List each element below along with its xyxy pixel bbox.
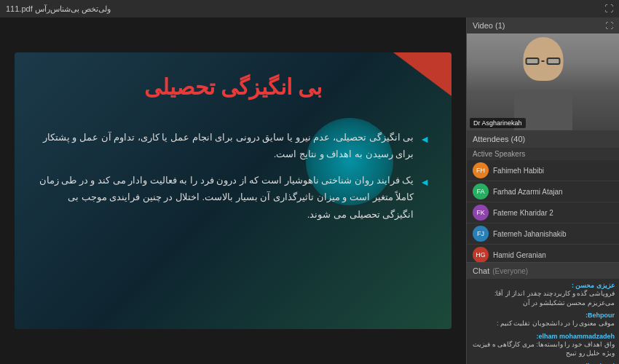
- slide-decoration: [393, 52, 452, 96]
- chat-title: Chat: [473, 266, 489, 275]
- attendees-list[interactable]: FH Fahimeh Habibi FA Farhad Azarmi Ataja…: [467, 160, 619, 262]
- glasses-left: [526, 58, 540, 65]
- attendees-section: Attendees (40) Active Speakers FH Fahime…: [467, 130, 619, 262]
- attendee-avatar: FK: [473, 205, 489, 221]
- slide: بی انگیزگی تحصیلی ◄ بی انگیزگی تحصیلی، ع…: [15, 52, 452, 329]
- attendee-avatar: FJ: [473, 226, 489, 242]
- speaker-video: [467, 33, 619, 130]
- attendee-avatar: FA: [473, 183, 489, 199]
- window-controls: ⛶: [604, 4, 613, 14]
- speaker-glasses: [526, 58, 561, 65]
- right-panel: Video (1) ⛶ Dr Asgharinekah: [466, 17, 619, 364]
- glasses-right: [546, 58, 560, 65]
- main-area: بی انگیزگی تحصیلی ◄ بی انگیزگی تحصیلی، ع…: [0, 17, 619, 364]
- bullet-arrow-icon-2: ◄: [419, 173, 430, 191]
- chat-sender: Behpour:: [471, 312, 615, 319]
- chat-section: Chat (Everyone) عزیزی محسن : فروپاشی گذه…: [467, 262, 619, 364]
- chat-message: Behpour: موقی معنوی را در دانشجویان تقلی…: [471, 312, 615, 328]
- slide-content: ◄ بی انگیزگی تحصیلی، عدم نیرو یا سایق در…: [36, 129, 430, 232]
- attendee-item[interactable]: HG Hamid Geranian: [467, 245, 619, 262]
- speaker-head: [523, 37, 563, 81]
- video-title: Video (1): [473, 21, 505, 30]
- chat-message: elham mohammadzadeh: واق اهداف خود را وا…: [471, 333, 615, 358]
- attendees-header: Attendees (40): [467, 130, 619, 148]
- slide-container: بی انگیزگی تحصیلی ◄ بی انگیزگی تحصیلی، ع…: [0, 17, 466, 364]
- attendee-name: Fahimeh Habibi: [493, 167, 613, 175]
- chat-header: Chat (Everyone): [467, 263, 619, 279]
- attendee-avatar: FH: [473, 162, 489, 178]
- glasses-bridge: [542, 60, 545, 62]
- chat-text: موقی معنوی را در دانشجویان تقلیت کنیم :: [471, 319, 615, 328]
- top-bar: 111.pdf ولی‌تخص بی‌شناس‌رآس ⛶: [0, 0, 619, 17]
- chat-text: واق اهداف خود را وابسته‌ها: مری کارگاهی …: [471, 340, 615, 358]
- video-header: Video (1) ⛶: [467, 17, 619, 33]
- chat-text: فروپاشی گذه و کاریردچند چقدر انداز از آق…: [471, 289, 615, 307]
- chat-message: عزیزی محسن : فروپاشی گذه و کاریردچند چقد…: [471, 282, 615, 307]
- attendees-title: Attendees (40): [473, 135, 525, 143]
- slide-bullet-2: ◄ یک فرایند روان شناختی ناهوشیار است که …: [36, 172, 430, 223]
- slide-bullet-1: ◄ بی انگیزگی تحصیلی، عدم نیرو یا سایق در…: [36, 129, 430, 163]
- video-frame: Dr Asgharinekah: [467, 33, 619, 130]
- video-expand-icon[interactable]: ⛶: [605, 21, 613, 30]
- presentation-panel: بی انگیزگی تحصیلی ◄ بی انگیزگی تحصیلی، ع…: [0, 17, 466, 364]
- slide-paragraph-2: یک فرایند روان شناختی ناهوشیار است که از…: [36, 172, 414, 223]
- chat-scope: (Everyone): [492, 267, 528, 275]
- active-speakers-label: Active Speakers: [467, 148, 619, 160]
- attendee-item[interactable]: FJ Fatemeh Jahanishakib: [467, 223, 619, 245]
- chat-messages[interactable]: عزیزی محسن : فروپاشی گذه و کاریردچند چقد…: [467, 279, 619, 364]
- slide-title: بی انگیزگی تحصیلی: [144, 74, 323, 100]
- slide-paragraph-1: بی انگیزگی تحصیلی، عدم نیرو یا سایق درون…: [36, 129, 414, 163]
- attendee-name: Farhad Azarmi Atajan: [493, 188, 613, 196]
- attendee-name: Fatemeh Jahanishakib: [493, 230, 613, 238]
- attendee-item[interactable]: FA Farhad Azarmi Atajan: [467, 181, 619, 202]
- document-title: 111.pdf ولی‌تخص بی‌شناس‌رآس: [6, 4, 111, 14]
- chat-sender: عزیزی محسن :: [471, 282, 615, 289]
- bullet-arrow-icon: ◄: [419, 130, 430, 149]
- attendee-item[interactable]: FH Fahimeh Habibi: [467, 160, 619, 181]
- attendee-name: Hamid Geranian: [493, 251, 613, 259]
- speaker-name-tag: Dr Asgharinekah: [470, 118, 526, 128]
- attendee-avatar: HG: [473, 247, 489, 262]
- attendee-item[interactable]: FK Fateme Kharidar 2: [467, 202, 619, 223]
- video-section: Video (1) ⛶ Dr Asgharinekah: [467, 17, 619, 130]
- attendee-name: Fateme Kharidar 2: [493, 209, 613, 217]
- chat-sender: elham mohammadzadeh:: [471, 333, 615, 340]
- maximize-icon[interactable]: ⛶: [604, 4, 613, 14]
